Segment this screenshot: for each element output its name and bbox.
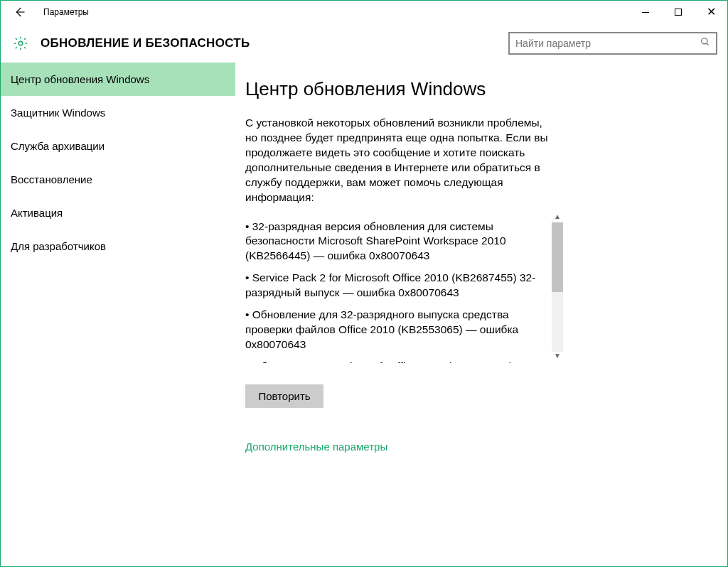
sidebar-item-label: Активация — [11, 207, 63, 219]
gear-icon — [11, 33, 31, 53]
sidebar-item-label: Защитник Windows — [11, 107, 105, 119]
svg-point-0 — [18, 41, 23, 45]
sidebar-item-label: Восстановление — [11, 173, 92, 185]
search-box[interactable] — [508, 32, 717, 55]
error-item: Обновление для 32-разрядного выпуска сре… — [245, 308, 551, 352]
sidebar-item-backup[interactable]: Служба архивации — [1, 129, 235, 163]
sidebar-item-activation[interactable]: Активация — [1, 196, 235, 230]
sidebar-item-label: Служба архивации — [11, 140, 105, 152]
settings-window: Параметры ✕ ОБНОВЛЕНИЕ И БЕЗОПАСНОСТЬ Це… — [0, 0, 728, 567]
section-heading: ОБНОВЛЕНИЕ И БЕЗОПАСНОСТЬ — [41, 36, 250, 50]
advanced-options-link[interactable]: Дополнительные параметры — [245, 441, 717, 453]
error-list: 32-разрядная версия обновления для систе… — [245, 212, 551, 363]
scroll-up-icon[interactable]: ▲ — [554, 212, 561, 222]
update-status-text: С установкой некоторых обновлений возник… — [245, 116, 551, 363]
svg-line-2 — [707, 43, 709, 45]
maximize-button[interactable] — [662, 1, 695, 23]
retry-button[interactable]: Повторить — [245, 384, 323, 408]
error-item: 32-разрядная версия обновления для систе… — [245, 220, 551, 264]
page-title: Центр обновления Windows — [245, 78, 717, 100]
sidebar-item-defender[interactable]: Защитник Windows — [1, 96, 235, 129]
sidebar-item-windows-update[interactable]: Центр обновления Windows — [1, 63, 235, 96]
scrollbar-thumb[interactable] — [552, 222, 563, 292]
back-button[interactable] — [8, 1, 31, 23]
sidebar-item-recovery[interactable]: Восстановление — [1, 163, 235, 196]
scrollbar[interactable]: ▲ ▼ — [551, 211, 564, 363]
titlebar: Параметры ✕ — [1, 1, 727, 23]
body: Центр обновления Windows Защитник Window… — [1, 63, 727, 566]
sidebar-item-label: Для разработчиков — [11, 240, 106, 252]
close-button[interactable]: ✕ — [695, 1, 727, 23]
error-item: Обновление для Microsoft Office 2010 (KB… — [245, 360, 551, 363]
scrollbar-track[interactable] — [552, 222, 563, 352]
header: ОБНОВЛЕНИЕ И БЕЗОПАСНОСТЬ — [1, 23, 727, 63]
scroll-down-icon[interactable]: ▼ — [554, 352, 561, 362]
minimize-button[interactable] — [629, 1, 662, 23]
sidebar-item-for-developers[interactable]: Для разработчиков — [1, 230, 235, 263]
error-item: Service Pack 2 for Microsoft Office 2010… — [245, 271, 551, 301]
search-icon — [700, 37, 710, 49]
main-content: Центр обновления Windows С установкой не… — [235, 63, 727, 566]
status-intro: С установкой некоторых обновлений возник… — [245, 116, 551, 205]
update-status-area: С установкой некоторых обновлений возник… — [245, 116, 717, 363]
search-input[interactable] — [515, 38, 700, 49]
svg-point-1 — [702, 38, 707, 44]
sidebar: Центр обновления Windows Защитник Window… — [1, 63, 235, 566]
sidebar-item-label: Центр обновления Windows — [11, 73, 149, 85]
window-title: Параметры — [43, 7, 89, 17]
